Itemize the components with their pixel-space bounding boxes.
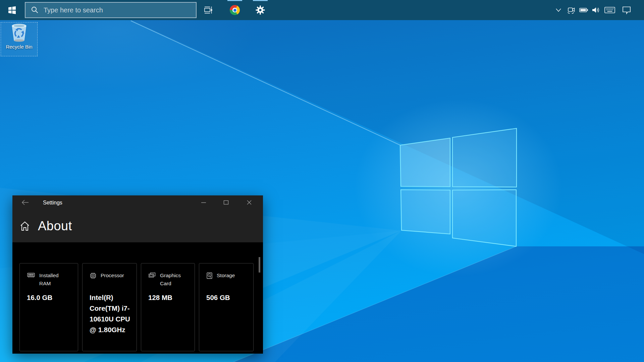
close-icon [247,200,252,205]
screen: Recycle Bin Settings [0,0,644,362]
settings-taskbar-button[interactable] [252,0,268,20]
recycle-bin-icon [10,22,29,43]
page-title: About [38,219,72,233]
window-title: Settings [43,195,62,209]
cpu-icon [90,273,96,279]
maximize-button[interactable] [218,195,234,209]
spec-card-installed-ram: Installed RAM 16.0 GB [19,263,78,351]
card-value: Intel(R) Core(TM) i7-10610U CPU @ 1.80GH… [90,292,130,335]
settings-window: Settings Ab [12,195,263,354]
battery-icon [579,7,588,13]
camera-icon [567,6,576,14]
desktop-icon-recycle-bin[interactable]: Recycle Bin [1,22,38,56]
chrome-taskbar-button[interactable] [227,0,243,20]
home-icon [20,221,30,231]
card-label: Installed RAM [39,272,67,288]
minimize-icon [201,200,206,205]
recycle-bin-label: Recycle Bin [6,44,32,50]
spec-card-graphics-card: Graphics Card 128 MB [141,263,195,351]
chrome-running-indicator [227,0,242,1]
start-button[interactable] [0,0,24,20]
spec-card-processor: Processor Intel(R) Core(TM) i7-10610U CP… [82,263,137,351]
card-value: 506 GB [206,292,247,303]
spec-card-storage: Storage 506 GB [199,263,254,351]
back-button[interactable] [16,195,34,209]
scrollbar-thumb[interactable] [259,257,260,273]
taskbar-search[interactable] [25,2,197,18]
task-view-icon [203,6,213,14]
windows-start-icon [8,6,16,14]
settings-titlebar[interactable]: Settings [12,195,263,209]
meet-now-tray-button[interactable] [566,0,576,20]
chrome-icon [230,5,240,15]
gpu-icon [149,273,156,278]
back-arrow-icon [21,199,30,206]
settings-running-indicator [253,0,268,1]
search-icon [31,6,39,14]
volume-tray-button[interactable] [590,0,601,20]
card-label: Graphics Card [160,272,188,288]
action-center-button[interactable] [619,0,634,20]
maximize-icon [223,200,229,205]
card-value: 16.0 GB [27,292,72,303]
card-label: Processor [101,272,124,280]
card-value: 128 MB [148,292,189,303]
page-header: About [20,209,72,242]
ram-icon [27,273,35,278]
keyboard-icon [604,6,615,14]
touch-keyboard-tray-button[interactable] [603,0,616,20]
search-input[interactable] [43,6,196,14]
gear-icon [256,5,265,15]
taskbar [0,0,644,20]
close-button[interactable] [241,195,257,209]
hdd-icon [207,273,212,279]
speaker-icon [592,6,600,14]
card-label: Storage [217,272,235,280]
notification-bubble-icon [622,6,631,14]
hidden-icons-chevron[interactable] [553,0,564,20]
battery-tray-button[interactable] [578,0,589,20]
minimize-button[interactable] [196,195,211,209]
chevron-down-icon [555,8,561,12]
task-view-button[interactable] [200,0,216,20]
